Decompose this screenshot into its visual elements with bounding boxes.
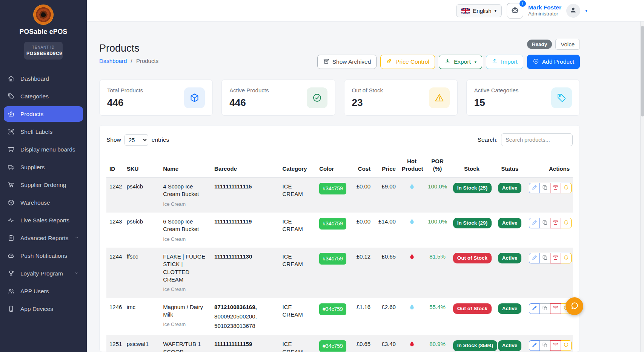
product-name: 4 Scoop Ice Cream Bucket [163, 183, 208, 198]
assistant-button[interactable]: ! [507, 3, 523, 18]
price-control-label: Price Control [395, 58, 429, 65]
stock-cell: In Stock (25) [450, 178, 493, 213]
stock-badge: Out of Stock [453, 303, 492, 314]
sidebar-item-advanced-reports[interactable]: Advanced Reports [4, 230, 83, 246]
avatar[interactable] [566, 4, 580, 18]
column-header-category[interactable]: Category [280, 155, 317, 178]
edit-product-button[interactable] [529, 340, 540, 351]
column-header-actions[interactable]: Actions [526, 155, 573, 178]
column-header-price[interactable]: Price [373, 155, 399, 178]
alert-product-button[interactable] [561, 218, 572, 228]
page-size-select[interactable]: 25 [124, 134, 148, 146]
basket-icon [8, 110, 15, 118]
edit-product-button[interactable] [529, 183, 540, 193]
sidebar-item-warehouse[interactable]: Warehouse [4, 195, 83, 210]
duplicate-product-button[interactable] [539, 253, 550, 263]
sidebar-item-dashboard[interactable]: Dashboard [4, 71, 83, 86]
column-header-id[interactable]: ID [106, 155, 124, 178]
sidebar-item-app-devices[interactable]: App Devices [4, 301, 83, 317]
price-control-button[interactable]: $ Price Control [380, 55, 435, 69]
product-name-cell: WAFER/TUB 1 SCOOPIce Cream [160, 335, 211, 352]
add-product-button[interactable]: Add Product [527, 55, 580, 69]
barcode-value: 1111111111115 [214, 183, 276, 190]
voice-button[interactable]: Voice [555, 39, 580, 50]
user-menu-chevron-icon[interactable]: ▾ [585, 8, 587, 13]
archive-product-button[interactable] [550, 340, 561, 351]
duplicate-product-button[interactable] [539, 303, 550, 314]
chat-bubble-icon [570, 301, 579, 312]
product-sku: ps4icb [124, 178, 160, 213]
user-role: Administrator [528, 11, 561, 17]
table-row: 1244ffsccFLAKE | FUDGE STICK | CLOTTED C… [106, 248, 573, 298]
column-header-cost[interactable]: Cost [351, 155, 374, 178]
archive-product-button[interactable] [550, 253, 561, 263]
sidebar-item-live-sales-reports[interactable]: Live Sales Reports [4, 213, 83, 228]
alert-product-button[interactable] [561, 183, 572, 193]
sidebar-item-loyalty-program[interactable]: Loyalty Program [4, 266, 83, 281]
product-por: 80.9% [425, 335, 450, 352]
sidebar-item-supplier-ordering[interactable]: Supplier Ordering [4, 177, 83, 193]
copy-icon [542, 255, 548, 262]
status-cell: Active [493, 298, 526, 335]
alert-product-button[interactable] [561, 253, 572, 263]
entries-label: entries [152, 136, 169, 143]
archive-product-button[interactable] [550, 218, 561, 228]
svg-text:$: $ [388, 60, 389, 63]
status-cell: Active [493, 335, 526, 352]
sidebar-item-app-users[interactable]: APP Users [4, 283, 83, 299]
archive-product-button[interactable] [550, 303, 561, 314]
trophy-icon [8, 270, 15, 277]
alert-product-button[interactable] [561, 340, 572, 351]
scrollbar-thumb[interactable] [641, 26, 644, 116]
chat-fab[interactable] [566, 297, 583, 315]
sidebar-item-label: Loyalty Program [20, 270, 69, 277]
column-header-por[interactable]: POR (%) [425, 155, 450, 178]
search-input[interactable] [501, 133, 573, 146]
user-name[interactable]: Mark Foster [528, 4, 561, 11]
sidebar-item-push-notifications[interactable]: Push Notifications [4, 248, 83, 263]
import-button[interactable]: Import [486, 55, 523, 69]
product-color-cell: #34c759 [316, 213, 350, 248]
sidebar-item-products[interactable]: Products [4, 106, 83, 122]
page-header: Products Dashboard / Products Ready Voic… [99, 39, 580, 69]
sidebar-item-categories[interactable]: Categories [4, 89, 83, 104]
duplicate-product-button[interactable] [539, 218, 550, 228]
export-button[interactable]: Export ▾ [439, 55, 482, 69]
duplicate-product-button[interactable] [539, 340, 550, 351]
column-header-hot-product[interactable]: Hot Product [399, 155, 425, 178]
product-barcode-cell: 1111111111115 [211, 178, 279, 213]
sidebar-item-display-menu-boards[interactable]: Display menu boards [4, 142, 83, 157]
sidebar-item-shelf-labels[interactable]: Shelf Labels [4, 124, 83, 139]
archive-product-button[interactable] [550, 183, 561, 193]
archive-box-icon [553, 305, 558, 312]
column-header-color[interactable]: Color [316, 155, 350, 178]
product-name: 6 Scoop Ice Cream Bucket [163, 218, 208, 233]
breadcrumb-dashboard-link[interactable]: Dashboard [99, 58, 127, 64]
show-archived-button[interactable]: Show Archived [317, 55, 377, 69]
product-name-cell: 6 Scoop Ice Cream BucketIce Cream [160, 213, 211, 248]
language-selector[interactable]: English ▾ [456, 4, 502, 17]
column-header-barcode[interactable]: Barcode [211, 155, 279, 178]
status-cell: Active [493, 248, 526, 298]
column-header-status[interactable]: Status [493, 155, 526, 178]
edit-product-button[interactable] [529, 253, 540, 263]
pencil-icon [532, 220, 537, 227]
column-header-sku[interactable]: SKU [124, 155, 160, 178]
upload-icon [492, 58, 498, 66]
edit-product-button[interactable] [529, 218, 540, 228]
column-header-name[interactable]: Name [160, 155, 211, 178]
cloud-upload-icon [8, 252, 15, 259]
sidebar-item-label: Shelf Labels [20, 129, 79, 135]
pencil-icon [532, 185, 537, 191]
breadcrumb: Dashboard / Products [99, 58, 158, 64]
actions-cell [526, 213, 573, 248]
duplicate-product-button[interactable] [539, 183, 550, 193]
edit-product-button[interactable] [529, 303, 540, 314]
sidebar-item-label: Live Sales Reports [20, 217, 79, 224]
sidebar-item-label: Supplier Ordering [20, 182, 79, 188]
stat-value: 446 [229, 97, 269, 109]
column-header-stock[interactable]: Stock [450, 155, 493, 178]
sidebar-item-suppliers[interactable]: Suppliers [4, 159, 83, 175]
color-chip: #34c759 [319, 303, 346, 315]
scrollbar[interactable] [640, 21, 644, 352]
